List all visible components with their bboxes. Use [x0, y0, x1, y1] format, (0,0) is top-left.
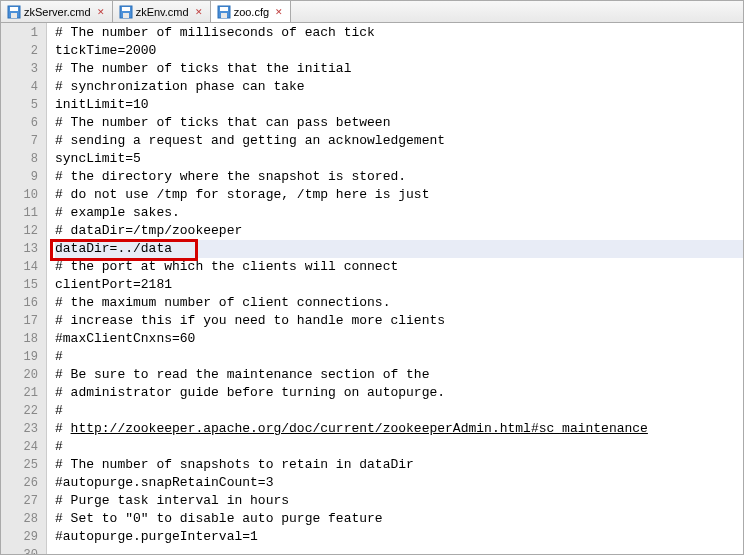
code-line[interactable]: # sending a request and getting an ackno…	[55, 132, 743, 150]
line-number: 26	[1, 474, 46, 492]
line-number: 7	[1, 132, 46, 150]
svg-rect-5	[123, 13, 129, 18]
line-number: 1	[1, 24, 46, 42]
close-icon[interactable]: ✕	[96, 7, 106, 17]
line-number: 11	[1, 204, 46, 222]
code-line[interactable]: #	[55, 438, 743, 456]
code-line[interactable]: # the maximum number of client connectio…	[55, 294, 743, 312]
line-number: 27	[1, 492, 46, 510]
code-line[interactable]: # example sakes.	[55, 204, 743, 222]
code-line[interactable]: #	[55, 402, 743, 420]
line-number: 17	[1, 312, 46, 330]
line-number: 12	[1, 222, 46, 240]
line-number: 15	[1, 276, 46, 294]
line-number: 20	[1, 366, 46, 384]
code-line[interactable]: # administrator guide before turning on …	[55, 384, 743, 402]
close-icon[interactable]: ✕	[274, 7, 284, 17]
code-line[interactable]: # the port at which the clients will con…	[55, 258, 743, 276]
tab-zkserver[interactable]: zkServer.cmd ✕	[1, 1, 113, 22]
line-number: 25	[1, 456, 46, 474]
line-number: 3	[1, 60, 46, 78]
line-number: 24	[1, 438, 46, 456]
line-number: 2	[1, 42, 46, 60]
code-line[interactable]: # dataDir=/tmp/zookeeper	[55, 222, 743, 240]
code-line[interactable]: # The number of ticks that the initial	[55, 60, 743, 78]
line-number: 28	[1, 510, 46, 528]
code-line[interactable]: # The number of milliseconds of each tic…	[55, 24, 743, 42]
line-number: 29	[1, 528, 46, 546]
tab-bar: zkServer.cmd ✕ zkEnv.cmd ✕ zoo.cfg ✕	[1, 1, 743, 23]
code-line[interactable]	[55, 546, 743, 555]
tab-label: zkServer.cmd	[24, 6, 91, 18]
line-number: 13	[1, 240, 46, 258]
line-number: 10	[1, 186, 46, 204]
code-line[interactable]: clientPort=2181	[55, 276, 743, 294]
code-line[interactable]: # do not use /tmp for storage, /tmp here…	[55, 186, 743, 204]
code-line[interactable]: syncLimit=5	[55, 150, 743, 168]
code-line[interactable]: # The number of snapshots to retain in d…	[55, 456, 743, 474]
line-number: 18	[1, 330, 46, 348]
svg-rect-2	[11, 13, 17, 18]
svg-rect-7	[220, 7, 228, 11]
code-line[interactable]: # the directory where the snapshot is st…	[55, 168, 743, 186]
line-number-gutter: 1234567891011121314151617181920212223242…	[1, 23, 47, 554]
line-number: 8	[1, 150, 46, 168]
disk-icon	[7, 5, 21, 19]
code-line[interactable]: #autopurge.snapRetainCount=3	[55, 474, 743, 492]
code-line[interactable]: # Be sure to read the maintenance sectio…	[55, 366, 743, 384]
code-line[interactable]: tickTime=2000	[55, 42, 743, 60]
code-line[interactable]: # increase this if you need to handle mo…	[55, 312, 743, 330]
code-line[interactable]: # synchronization phase can take	[55, 78, 743, 96]
tab-zkenv[interactable]: zkEnv.cmd ✕	[113, 1, 211, 22]
tab-zoocfg[interactable]: zoo.cfg ✕	[211, 1, 291, 22]
code-line[interactable]: # Purge task interval in hours	[55, 492, 743, 510]
line-number: 30	[1, 546, 46, 555]
code-line[interactable]: #	[55, 348, 743, 366]
line-number: 9	[1, 168, 46, 186]
line-number: 19	[1, 348, 46, 366]
url-link[interactable]: http://zookeeper.apache.org/doc/current/…	[71, 421, 648, 436]
line-number: 16	[1, 294, 46, 312]
disk-icon	[119, 5, 133, 19]
tab-label: zkEnv.cmd	[136, 6, 189, 18]
line-number: 23	[1, 420, 46, 438]
code-line[interactable]: dataDir=../data	[55, 240, 743, 258]
line-number: 14	[1, 258, 46, 276]
code-line[interactable]: # http://zookeeper.apache.org/doc/curren…	[55, 420, 743, 438]
code-line[interactable]: #autopurge.purgeInterval=1	[55, 528, 743, 546]
svg-rect-4	[122, 7, 130, 11]
svg-rect-8	[221, 13, 227, 18]
line-number: 6	[1, 114, 46, 132]
code-line[interactable]: # Set to "0" to disable auto purge featu…	[55, 510, 743, 528]
line-number: 22	[1, 402, 46, 420]
code-line[interactable]: initLimit=10	[55, 96, 743, 114]
code-line[interactable]: #maxClientCnxns=60	[55, 330, 743, 348]
close-icon[interactable]: ✕	[194, 7, 204, 17]
svg-rect-1	[10, 7, 18, 11]
code-line[interactable]: # The number of ticks that can pass betw…	[55, 114, 743, 132]
line-number: 21	[1, 384, 46, 402]
tab-label: zoo.cfg	[234, 6, 269, 18]
code-area[interactable]: # The number of milliseconds of each tic…	[47, 23, 743, 554]
line-number: 5	[1, 96, 46, 114]
disk-icon	[217, 5, 231, 19]
line-number: 4	[1, 78, 46, 96]
editor: 1234567891011121314151617181920212223242…	[1, 23, 743, 554]
